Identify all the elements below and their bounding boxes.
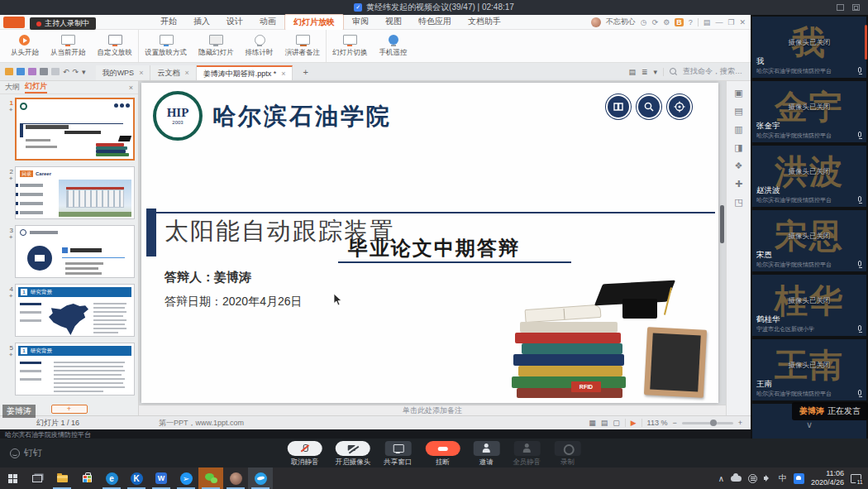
minimize-icon[interactable]: — (715, 18, 723, 26)
zoom-slider[interactable] (682, 422, 733, 424)
zoom-out-icon[interactable]: − (672, 419, 676, 427)
panel-close-icon[interactable]: × (129, 84, 133, 92)
action-center-icon[interactable]: 11 (851, 474, 861, 483)
volume-icon[interactable] (764, 474, 772, 482)
search-icon[interactable] (670, 68, 677, 75)
ribbon-tab[interactable]: 幻灯片放映 (284, 14, 344, 31)
tab-slides[interactable]: 幻灯片 (25, 81, 47, 93)
thumbnail-4-preview[interactable]: 1研究背景 (15, 284, 135, 337)
view-sorter-icon[interactable]: ▤ (601, 419, 608, 427)
wps-app-icon[interactable]: W (149, 467, 174, 489)
meeting-control-button[interactable]: 取消静音 (288, 441, 322, 467)
new-tab-button[interactable]: + (296, 67, 314, 77)
ribbon-button[interactable]: 演讲者备注 (279, 30, 327, 62)
tab-outline[interactable]: 大纲 (5, 82, 20, 93)
sidebar-scrollbar[interactable] (865, 25, 867, 60)
task-view-button[interactable] (25, 467, 50, 489)
thumbnail-3-preview[interactable] (15, 225, 135, 278)
ribbon-button[interactable]: 隐藏幻灯片 (193, 30, 240, 62)
right-toolbar-icon[interactable]: ✚ (733, 179, 744, 189)
view-reading-icon[interactable]: ▢ (613, 419, 620, 427)
ime-indicator[interactable]: 中 (779, 472, 787, 484)
ribbon-button[interactable]: 设置放映方式 (138, 30, 193, 62)
ribbon-button[interactable]: 手机遥控 (374, 30, 413, 62)
more-icon[interactable]: ▾ (653, 68, 657, 76)
wps-logo[interactable] (3, 17, 25, 28)
thumbnail-2-preview[interactable]: 目录 Career (15, 166, 135, 219)
sync-icon[interactable]: ⟳ (652, 18, 659, 26)
slide-canvas[interactable]: HIP 2003 哈尔滨石油学院 (139, 81, 726, 405)
ribbon-tab[interactable]: 设计 (218, 14, 251, 31)
notes-placeholder[interactable]: 单击此处添加备注 (139, 405, 726, 415)
file-explorer-icon[interactable] (50, 467, 74, 489)
right-toolbar-icon[interactable]: ▣ (733, 88, 744, 98)
ribbon-tab[interactable]: 文档助手 (460, 14, 509, 31)
edge-browser-icon[interactable]: e (99, 467, 124, 489)
note-icon[interactable]: ≣ (641, 68, 648, 76)
right-toolbar-icon[interactable]: ◨ (733, 142, 744, 153)
ribbon-collapse-icon[interactable]: ▤ (703, 18, 711, 26)
ribbon-tab[interactable]: 动画 (251, 14, 284, 31)
ribbon-button[interactable]: 自定义放映 (92, 30, 139, 62)
save-icon[interactable] (17, 68, 25, 75)
ribbon-tab[interactable]: 视图 (377, 14, 410, 31)
meeting-control-button[interactable]: 共享窗口 (384, 441, 412, 467)
document-tab[interactable]: 姜博涛中期答辩.pptx *× (197, 65, 293, 80)
print-icon[interactable] (40, 68, 48, 75)
toolbar-dropdown-icon[interactable]: ▾ (82, 68, 86, 76)
ribbon-button[interactable]: 从头开始 (5, 30, 45, 62)
thumbnail-4[interactable]: 4✦ 1研究背景 (2, 284, 135, 337)
redo-icon[interactable]: ↷ (73, 68, 79, 76)
thumbnail-5[interactable]: 5✦ 1研究背景 (2, 343, 135, 396)
wechat-icon[interactable] (198, 467, 223, 489)
network-icon[interactable] (748, 474, 757, 483)
participant-tile[interactable]: 洪波 摄像头已关闭 赵洪波 哈尔滨石油学院疫情防控平台 (752, 146, 866, 207)
thumbnail-1[interactable]: 1✦ (2, 98, 135, 161)
participant-tile[interactable]: 王南 摄像头已关闭 王南 哈尔滨石油学院疫情防控平台 (752, 339, 866, 400)
dingtalk-app-icon[interactable] (248, 467, 273, 489)
restore-icon[interactable]: ❐ (727, 18, 734, 26)
participant-tile[interactable]: 宋恩 摄像头已关闭 宋恩 哈尔滨石油学院疫情防控平台 (752, 210, 866, 271)
avatar-app-icon[interactable] (223, 467, 248, 489)
tab-close-icon[interactable]: × (139, 69, 143, 77)
participant-tile[interactable]: 我 摄像头已关闭 我 哈尔滨石油学院疫情防控平台 (752, 17, 866, 78)
zoom-in-icon[interactable]: + (738, 419, 742, 427)
search-hint[interactable]: 查找命令，搜索… (683, 66, 742, 77)
history-icon[interactable]: ◷ (641, 18, 647, 26)
undo-icon[interactable]: ↶ (63, 68, 69, 76)
export-icon[interactable] (28, 68, 36, 75)
meeting-control-button[interactable]: 挂断 (425, 441, 460, 467)
slide[interactable]: HIP 2003 哈尔滨石油学院 (141, 83, 718, 403)
tab-close-icon[interactable]: × (281, 70, 285, 78)
canvas-scrollbar[interactable] (720, 205, 724, 243)
start-button[interactable] (0, 467, 25, 489)
open-icon[interactable] (5, 68, 13, 75)
close-icon[interactable]: ✕ (739, 18, 746, 26)
right-toolbar-icon[interactable]: ▥ (733, 124, 744, 135)
ribbon-tab[interactable]: 开始 (152, 14, 185, 31)
ribbon-tab[interactable]: 特色应用 (410, 14, 460, 31)
participant-tile[interactable]: 桂华 摄像头已关闭 鹤桂华 宁波市北仑区新碶小学 (752, 275, 866, 336)
view-normal-icon[interactable]: ▦ (589, 419, 596, 427)
document-tab[interactable]: 云文档× (150, 65, 196, 80)
slideshow-play-icon[interactable]: ▶ (631, 419, 637, 427)
settings-icon[interactable]: ⚙ (663, 18, 670, 26)
ribbon-tab[interactable]: 审阅 (344, 14, 377, 31)
meeting-control-button[interactable]: 邀请 (473, 441, 499, 467)
thumbnail-2[interactable]: 2✦ 目录 Career (2, 166, 135, 219)
preview-icon[interactable] (51, 68, 60, 75)
ribbon-button[interactable]: 排练计时 (240, 30, 279, 62)
onedrive-icon[interactable] (731, 476, 742, 482)
ribbon-tab[interactable]: 插入 (185, 14, 218, 31)
tab-close-icon[interactable]: × (184, 69, 188, 77)
right-toolbar-icon[interactable]: ◳ (733, 197, 744, 208)
participant-tile[interactable]: 金宇 摄像头已关闭 张金宇 哈尔滨石油学院疫情防控平台 (752, 81, 866, 142)
right-toolbar-icon[interactable]: ▤ (733, 106, 744, 117)
user-avatar[interactable] (591, 17, 601, 27)
ribbon-button[interactable]: 幻灯片切换 (326, 30, 374, 62)
panel-icon[interactable]: ▤ (628, 68, 636, 76)
notification-app-icon[interactable] (794, 473, 804, 484)
fullscreen-icon[interactable] (852, 4, 860, 11)
layout-toggle-icon[interactable] (837, 4, 844, 11)
skin-icon[interactable]: B (675, 18, 684, 26)
